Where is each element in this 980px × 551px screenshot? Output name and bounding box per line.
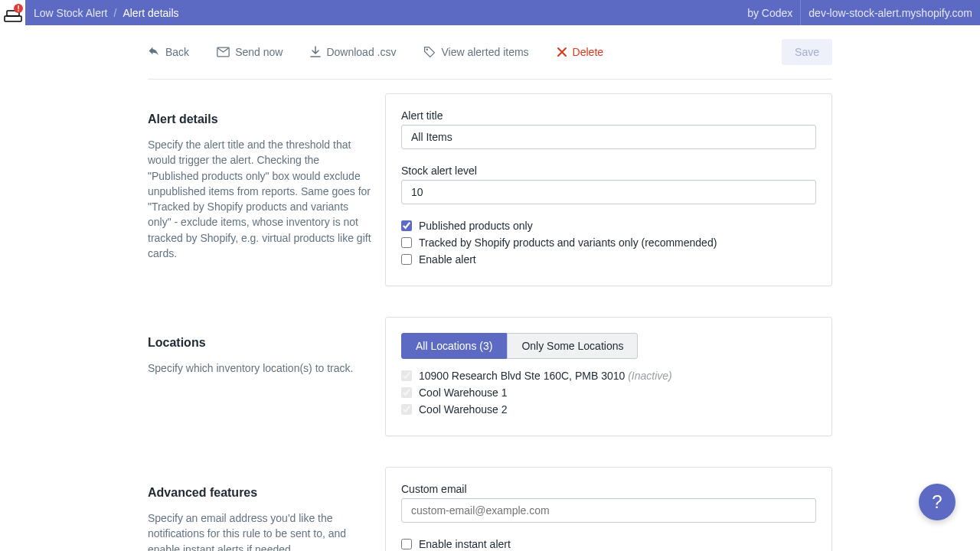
tag-icon bbox=[423, 46, 436, 58]
stock-alert-level-input[interactable] bbox=[401, 180, 816, 204]
all-locations-button[interactable]: All Locations (3) bbox=[401, 333, 507, 359]
view-alerted-items-button[interactable]: View alerted items bbox=[423, 46, 528, 58]
location-2-label: Cool Warehouse 1 bbox=[419, 386, 507, 399]
download-icon bbox=[310, 46, 321, 58]
toolbar: Back Send now Download .csv View alerted… bbox=[148, 25, 832, 80]
custom-email-label: Custom email bbox=[401, 483, 816, 495]
download-csv-button[interactable]: Download .csv bbox=[310, 46, 396, 58]
published-only-checkbox[interactable] bbox=[401, 220, 412, 231]
card-alert-details: Alert title Stock alert level Published … bbox=[385, 93, 832, 286]
send-now-button[interactable]: Send now bbox=[217, 46, 283, 58]
enable-alert-checkbox[interactable] bbox=[401, 254, 412, 265]
breadcrumb-separator: / bbox=[114, 7, 117, 19]
svg-text:!: ! bbox=[17, 4, 20, 13]
svg-rect-0 bbox=[5, 16, 21, 21]
section-desc-alert-details: Specify the alert title and the threshol… bbox=[148, 137, 371, 261]
card-advanced: Custom email Enable instant alert Track … bbox=[385, 467, 832, 551]
only-some-locations-button[interactable]: Only Some Locations bbox=[507, 333, 638, 359]
enable-alert-label: Enable alert bbox=[419, 253, 476, 266]
tracked-only-label: Tracked by Shopify products and variants… bbox=[419, 236, 717, 249]
tracked-only-checkbox[interactable] bbox=[401, 237, 412, 248]
location-2-checkbox bbox=[401, 387, 412, 398]
svg-point-5 bbox=[426, 49, 428, 51]
section-desc-locations: Specify which inventory location(s) to t… bbox=[148, 360, 371, 376]
save-button[interactable]: Save bbox=[782, 39, 832, 65]
location-3-label: Cool Warehouse 2 bbox=[419, 403, 507, 416]
by-codex-link[interactable]: by Codex bbox=[740, 0, 800, 25]
location-1-checkbox bbox=[401, 370, 412, 381]
card-locations: All Locations (3) Only Some Locations 10… bbox=[385, 317, 832, 436]
help-button[interactable]: ? bbox=[919, 484, 956, 520]
section-desc-advanced: Specify an email address you'd like the … bbox=[148, 510, 371, 551]
published-only-label: Published products only bbox=[419, 220, 533, 232]
section-title-alert-details: Alert details bbox=[148, 112, 371, 126]
custom-email-input[interactable] bbox=[401, 498, 816, 523]
locations-toggle-group: All Locations (3) Only Some Locations bbox=[401, 333, 638, 359]
mail-icon bbox=[217, 47, 230, 57]
shop-link[interactable]: dev-low-stock-alert.myshopify.com bbox=[800, 0, 980, 25]
location-3-checkbox bbox=[401, 404, 412, 415]
delete-button[interactable]: Delete bbox=[557, 46, 603, 58]
topbar-right: by Codex dev-low-stock-alert.myshopify.c… bbox=[740, 0, 980, 25]
breadcrumb: Low Stock Alert / Alert details bbox=[25, 7, 740, 19]
location-1-label: 10900 Research Blvd Ste 160C, PMB 3010 (… bbox=[419, 370, 672, 382]
topbar: ! Low Stock Alert / Alert details by Cod… bbox=[0, 0, 980, 25]
alert-title-input[interactable] bbox=[401, 125, 816, 149]
back-button[interactable]: Back bbox=[148, 46, 189, 58]
section-title-locations: Locations bbox=[148, 336, 371, 350]
alert-title-label: Alert title bbox=[401, 109, 816, 122]
enable-instant-alert-checkbox[interactable] bbox=[401, 539, 412, 549]
section-title-advanced: Advanced features bbox=[148, 486, 371, 500]
app-logo[interactable]: ! bbox=[0, 0, 25, 25]
stock-alert-level-label: Stock alert level bbox=[401, 165, 816, 177]
reply-arrow-icon bbox=[148, 46, 160, 58]
breadcrumb-app-link[interactable]: Low Stock Alert bbox=[34, 7, 108, 19]
inactive-tag: (Inactive) bbox=[628, 370, 672, 382]
enable-instant-alert-label: Enable instant alert bbox=[419, 538, 511, 550]
close-x-icon bbox=[557, 47, 567, 57]
breadcrumb-current: Alert details bbox=[122, 7, 178, 19]
